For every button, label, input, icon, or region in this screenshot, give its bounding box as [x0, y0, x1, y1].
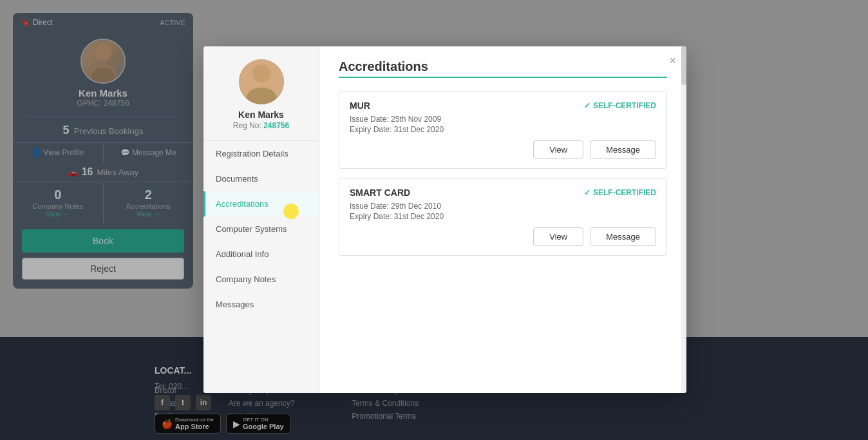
expiry-date-1: Expiry Date: 31st Dec 2020 [350, 212, 656, 221]
modal-profile-name: Ken Marks [214, 110, 308, 120]
modal-nav-additional-info[interactable]: Additional Info [203, 242, 319, 267]
issue-date-0: Issue Date: 25th Nov 2009 [350, 115, 656, 124]
accred-buttons-0: View Message [350, 140, 656, 159]
accreditations-list: MUR ✓ SELF-CERTIFIED Issue Date: 25th No… [339, 91, 667, 256]
modal-scrollbar[interactable] [681, 46, 686, 393]
modal-avatar [239, 59, 284, 104]
modal-sidebar: Ken Marks Reg No: 248756 Registration De… [203, 46, 319, 393]
modal-nav: Registration DetailsDocumentsAccreditati… [203, 141, 319, 317]
check-icon-1: ✓ [584, 188, 590, 197]
modal-avatar-image [239, 59, 284, 104]
modal-nav-registration[interactable]: Registration Details [203, 141, 319, 166]
reg-prefix: Reg No: [233, 121, 261, 130]
modal-profile-section: Ken Marks Reg No: 248756 [203, 46, 319, 141]
accred-message-button-1[interactable]: Message [590, 227, 656, 246]
reg-number: 248756 [263, 121, 289, 130]
accred-name-0: MUR [350, 100, 370, 111]
accred-header-1: SMART CARD ✓ SELF-CERTIFIED [350, 187, 656, 198]
modal-section-title: Accreditations [339, 59, 667, 74]
modal-nav-company-notes[interactable]: Company Notes [203, 267, 319, 292]
self-certified-badge-0: ✓ SELF-CERTIFIED [584, 101, 656, 110]
accreditation-card-0: MUR ✓ SELF-CERTIFIED Issue Date: 25th No… [339, 91, 667, 169]
issue-date-1: Issue Date: 29th Dec 2010 [350, 202, 656, 211]
accred-view-button-0[interactable]: View [533, 140, 583, 159]
check-icon-0: ✓ [584, 101, 590, 110]
expiry-date-0: Expiry Date: 31st Dec 2020 [350, 125, 656, 134]
modal-scrollbar-thumb [681, 46, 686, 85]
modal-profile-reg: Reg No: 248756 [214, 121, 308, 130]
accred-buttons-1: View Message [350, 227, 656, 246]
modal-content-inner: Accreditations MUR ✓ SELF-CERTIFIED Issu… [319, 46, 686, 278]
modal-nav-accreditations[interactable]: Accreditations [203, 191, 319, 216]
modal-close-button[interactable]: × [669, 54, 676, 68]
self-certified-badge-1: ✓ SELF-CERTIFIED [584, 188, 656, 197]
modal-content-area: × Accreditations MUR ✓ SELF-CERTIFIED Is… [319, 46, 686, 393]
modal-nav-messages[interactable]: Messages [203, 292, 319, 317]
accred-dates-0: Issue Date: 25th Nov 2009 Expiry Date: 3… [350, 115, 656, 134]
accreditation-card-1: SMART CARD ✓ SELF-CERTIFIED Issue Date: … [339, 178, 667, 256]
modal-title-divider [339, 77, 667, 78]
accred-message-button-0[interactable]: Message [590, 140, 656, 159]
modal-nav-computer-systems[interactable]: Computer Systems [203, 216, 319, 242]
svg-point-4 [252, 64, 270, 82]
modal-dialog: Ken Marks Reg No: 248756 Registration De… [203, 46, 686, 393]
accred-dates-1: Issue Date: 29th Dec 2010 Expiry Date: 3… [350, 202, 656, 221]
accred-name-1: SMART CARD [350, 187, 410, 198]
accred-view-button-1[interactable]: View [533, 227, 583, 246]
modal-nav-documents[interactable]: Documents [203, 166, 319, 191]
accred-header-0: MUR ✓ SELF-CERTIFIED [350, 100, 656, 111]
